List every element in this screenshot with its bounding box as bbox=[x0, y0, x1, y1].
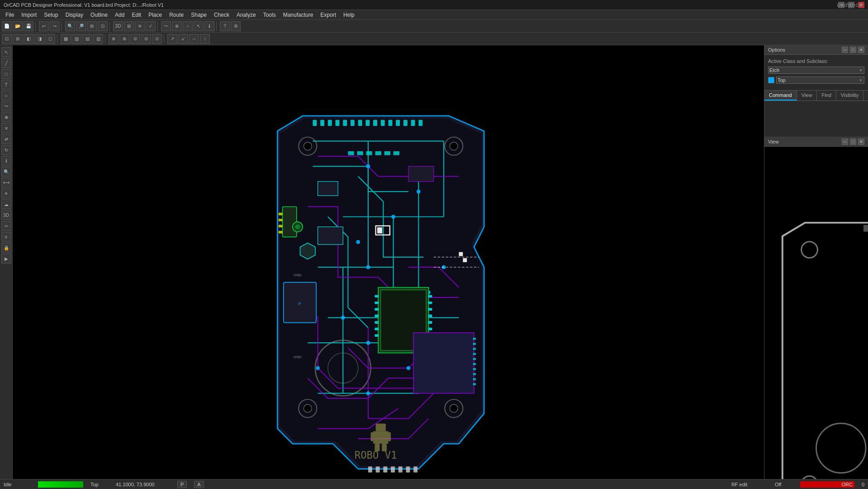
tb-3d[interactable]: 3D bbox=[113, 21, 123, 31]
tb-drc[interactable]: ✓ bbox=[146, 21, 156, 31]
menu-tools[interactable]: Tools bbox=[260, 11, 280, 19]
tb-help[interactable]: ? bbox=[220, 21, 230, 31]
view-restore[interactable]: □ bbox=[850, 139, 856, 145]
lt-hilight[interactable]: ☀ bbox=[1, 188, 11, 198]
tb-save[interactable]: 💾 bbox=[24, 21, 33, 31]
menu-place[interactable]: Place bbox=[145, 11, 166, 19]
menu-file[interactable]: File bbox=[2, 11, 18, 19]
lt-select[interactable]: ↖ bbox=[1, 47, 11, 57]
tb-add-connect[interactable]: ⊕ bbox=[172, 21, 182, 31]
status-progress-bar bbox=[38, 481, 83, 488]
tb2-7[interactable]: ▧ bbox=[71, 34, 81, 44]
menu-manufacture[interactable]: Manufacture bbox=[280, 11, 317, 19]
svg-rect-93 bbox=[375, 444, 379, 451]
lt-prop[interactable]: ℹ bbox=[1, 156, 11, 166]
menu-check[interactable]: Check bbox=[210, 11, 233, 19]
tb2-10[interactable]: ⊕ bbox=[109, 34, 119, 44]
view-close[interactable]: ✕ bbox=[858, 139, 864, 145]
tb-via[interactable]: ○ bbox=[183, 21, 193, 31]
tb-open[interactable]: 📂 bbox=[13, 21, 23, 31]
tab-view[interactable]: View bbox=[797, 91, 817, 101]
tab-command[interactable]: Command bbox=[764, 91, 797, 101]
tb2-1[interactable]: ⊡ bbox=[2, 34, 12, 44]
subclass-select[interactable]: Top Bottom Inner1 bbox=[776, 77, 864, 84]
lt-lock[interactable]: 🔒 bbox=[1, 243, 11, 253]
options-header: Options ─ □ ✕ bbox=[764, 45, 868, 55]
lt-via[interactable]: ○ bbox=[1, 91, 11, 101]
lt-rotate[interactable]: ↻ bbox=[1, 145, 11, 155]
tb-select[interactable]: ↖ bbox=[194, 21, 204, 31]
lt-cut[interactable]: ✂ bbox=[1, 221, 11, 231]
options-restore[interactable]: □ bbox=[850, 47, 856, 53]
svg-rect-46 bbox=[375, 308, 379, 311]
tb2-6[interactable]: ▦ bbox=[61, 34, 71, 44]
tb2-8[interactable]: ▤ bbox=[82, 34, 92, 44]
tb-zoom-rect[interactable]: ⊡ bbox=[98, 21, 108, 31]
tb2-3[interactable]: ◧ bbox=[24, 34, 33, 44]
menu-help[interactable]: Help bbox=[340, 11, 358, 19]
lt-shape[interactable]: □ bbox=[1, 69, 11, 79]
menu-import[interactable]: Import bbox=[18, 11, 40, 19]
pcb-canvas[interactable]: P ROBO V1 bbox=[13, 45, 764, 479]
statusbar: Idle Top 41.1000, 73.9000 P A RF edit Of… bbox=[0, 479, 868, 489]
tb-zoomin[interactable]: 🔍 bbox=[65, 21, 75, 31]
options-close[interactable]: ✕ bbox=[858, 47, 864, 53]
tb2-17[interactable]: ↔ bbox=[189, 34, 199, 44]
svg-text:GND: GND bbox=[294, 273, 302, 277]
options-minimize[interactable]: ─ bbox=[842, 47, 848, 53]
lt-move[interactable]: ✥ bbox=[1, 112, 11, 122]
svg-rect-107 bbox=[377, 227, 382, 233]
tb-property[interactable]: ℹ bbox=[204, 21, 214, 31]
tb2-15[interactable]: ↗ bbox=[167, 34, 177, 44]
tb-route-btn[interactable]: 〜 bbox=[161, 21, 171, 31]
tb2-18[interactable]: ↕ bbox=[200, 34, 210, 44]
tb-undo[interactable]: ↩ bbox=[39, 21, 49, 31]
tab-visibility[interactable]: Visibility bbox=[836, 91, 864, 101]
menu-export[interactable]: Export bbox=[317, 11, 340, 19]
menu-edit[interactable]: Edit bbox=[128, 11, 145, 19]
tb2-16[interactable]: ↙ bbox=[178, 34, 188, 44]
svg-rect-99 bbox=[383, 466, 387, 472]
tb2-2[interactable]: ⊞ bbox=[13, 34, 23, 44]
lt-route[interactable]: 〜 bbox=[1, 101, 11, 111]
lt-line[interactable]: ╱ bbox=[1, 58, 11, 68]
lt-filter[interactable]: ≡ bbox=[1, 232, 11, 242]
tb2-5[interactable]: ◻ bbox=[45, 34, 55, 44]
lt-dehilight[interactable]: ☁ bbox=[1, 199, 11, 209]
tb-redo[interactable]: ↪ bbox=[50, 21, 60, 31]
status-p-button[interactable]: P bbox=[177, 481, 187, 488]
lt-delete[interactable]: ✕ bbox=[1, 123, 11, 133]
tb-zoomfit[interactable]: ⊞ bbox=[87, 21, 97, 31]
tb2-4[interactable]: ◨ bbox=[34, 34, 44, 44]
class-select[interactable]: Etch Board Geometry Component bbox=[768, 67, 864, 74]
lt-mirror[interactable]: ⇌ bbox=[1, 134, 11, 144]
tb2-13[interactable]: ⊖ bbox=[141, 34, 151, 44]
menu-route[interactable]: Route bbox=[166, 11, 187, 19]
tab-find[interactable]: Find bbox=[817, 91, 836, 101]
menu-analyze[interactable]: Analyze bbox=[233, 11, 260, 19]
tb-settings[interactable]: ⚙ bbox=[231, 21, 241, 31]
tb2-14[interactable]: ⊙ bbox=[152, 34, 162, 44]
view-minimize[interactable]: ─ bbox=[842, 139, 848, 145]
lt-3d[interactable]: 3D bbox=[1, 210, 11, 220]
status-a-button[interactable]: A bbox=[194, 481, 204, 488]
menu-display[interactable]: Display bbox=[62, 11, 87, 19]
view-header: View ─ □ ✕ bbox=[764, 137, 868, 147]
tb-grid[interactable]: ⊞ bbox=[124, 21, 134, 31]
lt-meas[interactable]: ⟷ bbox=[1, 177, 11, 187]
lt-zoom[interactable]: 🔍 bbox=[1, 167, 11, 177]
tb2-11[interactable]: ⊗ bbox=[119, 34, 129, 44]
menu-add[interactable]: Add bbox=[111, 11, 128, 19]
lt-text[interactable]: T bbox=[1, 80, 11, 90]
tb2-12[interactable]: ⊘ bbox=[130, 34, 140, 44]
menu-setup[interactable]: Setup bbox=[40, 11, 62, 19]
menu-shape[interactable]: Shape bbox=[187, 11, 210, 19]
tb-rat[interactable]: ≋ bbox=[135, 21, 145, 31]
options-panel-controls: ─ □ ✕ bbox=[842, 47, 864, 53]
tb-new[interactable]: 📄 bbox=[2, 21, 12, 31]
menu-outline[interactable]: Outline bbox=[87, 11, 111, 19]
svg-rect-19 bbox=[358, 120, 362, 126]
lt-script[interactable]: ▶ bbox=[1, 254, 11, 264]
tb-zoomout[interactable]: 🔎 bbox=[76, 21, 86, 31]
tb2-9[interactable]: ▥ bbox=[93, 34, 103, 44]
